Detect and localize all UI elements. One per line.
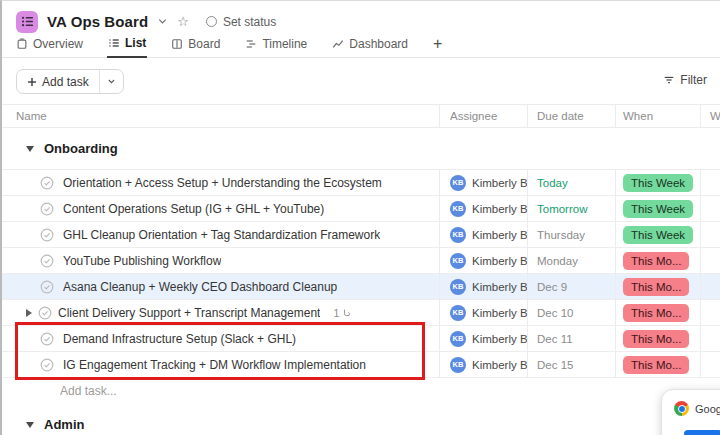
column-header-due-date[interactable]: Due date xyxy=(527,105,615,127)
when-tag[interactable]: This Mo... xyxy=(623,356,689,374)
plus-icon xyxy=(27,77,37,87)
set-status-button[interactable]: Set status xyxy=(206,15,276,29)
tab-dashboard[interactable]: Dashboard xyxy=(331,34,409,57)
assignee-name[interactable]: Kimberly Bos xyxy=(472,281,527,293)
wip-cell[interactable] xyxy=(700,196,720,221)
when-tag[interactable]: This Mo... xyxy=(623,252,689,270)
task-row[interactable]: Content Operations Setup (IG + GHL + You… xyxy=(2,196,720,222)
tab-board[interactable]: Board xyxy=(170,34,221,57)
task-complete-icon[interactable] xyxy=(40,254,54,268)
overview-icon xyxy=(16,38,28,50)
star-icon[interactable]: ☆ xyxy=(177,14,189,29)
due-date[interactable]: Dec 10 xyxy=(537,307,573,319)
task-complete-icon[interactable] xyxy=(40,332,54,346)
subtask-count-badge[interactable]: 1 xyxy=(333,307,352,319)
task-name[interactable]: Client Delivery Support + Transcript Man… xyxy=(58,306,320,320)
collapse-caret-icon[interactable] xyxy=(26,422,34,428)
task-complete-icon[interactable] xyxy=(40,228,54,242)
assignee-name[interactable]: Kimberly Bos xyxy=(472,359,527,371)
avatar: KB xyxy=(450,201,466,217)
add-view-button[interactable]: + xyxy=(432,32,443,57)
tab-overview-label: Overview xyxy=(33,37,83,51)
page-title: VA Ops Board xyxy=(47,13,148,30)
tab-overview[interactable]: Overview xyxy=(15,34,84,57)
due-date[interactable]: Tomorrow xyxy=(537,203,587,215)
assignee-name[interactable]: Kimberly Bos xyxy=(472,229,527,241)
task-row-selected[interactable]: Asana Cleanup + Weekly CEO Dashboard Cle… xyxy=(2,274,720,300)
group-header-onboarding[interactable]: Onboarding xyxy=(2,128,720,169)
due-date[interactable]: Today xyxy=(537,177,568,189)
when-tag[interactable]: This Mo... xyxy=(623,278,689,296)
wip-cell[interactable] xyxy=(700,170,720,195)
google-popup-button[interactable] xyxy=(684,430,720,435)
task-name[interactable]: Content Operations Setup (IG + GHL + You… xyxy=(63,202,324,216)
wip-cell[interactable] xyxy=(700,222,720,247)
group-header-admin[interactable]: Admin xyxy=(2,404,720,435)
subtask-icon xyxy=(342,308,352,318)
task-row-parent[interactable]: Client Delivery Support + Transcript Man… xyxy=(2,300,720,326)
task-row[interactable]: Demand Infrastructure Setup (Slack + GHL… xyxy=(2,326,720,352)
wip-cell[interactable] xyxy=(700,274,720,299)
column-header-when[interactable]: When xyxy=(615,105,700,127)
board-icon xyxy=(171,38,183,50)
tab-list[interactable]: List xyxy=(107,33,147,58)
task-complete-icon[interactable] xyxy=(40,176,54,190)
list-toolbar: Add task Filter xyxy=(2,58,720,104)
task-name[interactable]: YouTube Publishing Workflow xyxy=(63,254,221,268)
view-tabbar: Overview List Board Timeline Dashboard xyxy=(2,34,720,58)
tab-timeline[interactable]: Timeline xyxy=(244,34,308,57)
add-task-button[interactable]: Add task xyxy=(16,69,124,94)
task-row[interactable]: GHL Cleanup Orientation + Tag Standardiz… xyxy=(2,222,720,248)
filter-button[interactable]: Filter xyxy=(663,73,707,87)
task-complete-icon[interactable] xyxy=(40,202,54,216)
task-name[interactable]: Orientation + Access Setup + Understandi… xyxy=(63,176,382,190)
assignee-name[interactable]: Kimberly Bos xyxy=(472,177,527,189)
add-task-inline[interactable]: Add task... xyxy=(2,378,720,404)
board-logo-icon[interactable] xyxy=(16,11,38,33)
task-name[interactable]: Demand Infrastructure Setup (Slack + GHL… xyxy=(63,332,296,346)
add-task-dropdown[interactable] xyxy=(99,70,123,93)
collapse-caret-icon[interactable] xyxy=(26,146,34,152)
wip-cell[interactable] xyxy=(700,352,720,377)
assignee-name[interactable]: Kimberly Bos xyxy=(472,333,527,345)
dashboard-icon xyxy=(332,38,344,50)
task-row[interactable]: Orientation + Access Setup + Understandi… xyxy=(2,170,720,196)
avatar: KB xyxy=(450,305,466,321)
wip-cell[interactable] xyxy=(700,300,720,325)
when-tag[interactable]: This Mo... xyxy=(623,330,689,348)
table-header: Name Assignee Due date When WIP xyxy=(2,104,720,128)
assignee-name[interactable]: Kimberly Bos xyxy=(472,203,527,215)
due-date[interactable]: Dec 15 xyxy=(537,359,573,371)
due-date[interactable]: Thursday xyxy=(537,229,585,241)
column-header-assignee[interactable]: Assignee xyxy=(439,105,527,127)
assignee-name[interactable]: Kimberly Bos xyxy=(472,307,527,319)
task-row[interactable]: YouTube Publishing Workflow KBKimberly B… xyxy=(2,248,720,274)
task-row[interactable]: IG Engagement Tracking + DM Workflow Imp… xyxy=(2,352,720,378)
avatar: KB xyxy=(450,279,466,295)
task-complete-icon[interactable] xyxy=(40,280,54,294)
task-name[interactable]: Asana Cleanup + Weekly CEO Dashboard Cle… xyxy=(63,280,337,294)
when-tag[interactable]: This Week xyxy=(623,200,693,218)
due-date[interactable]: Dec 9 xyxy=(537,281,567,293)
due-date[interactable]: Monday xyxy=(537,255,578,267)
task-name[interactable]: IG Engagement Tracking + DM Workflow Imp… xyxy=(63,358,366,372)
google-signin-popup[interactable]: Google xyxy=(661,389,720,435)
google-brand-label: Google xyxy=(695,403,720,415)
when-tag[interactable]: This Week xyxy=(623,174,693,192)
wip-cell[interactable] xyxy=(700,248,720,273)
when-tag[interactable]: This Week xyxy=(623,226,693,244)
board-header: VA Ops Board ☆ Set status xyxy=(2,1,720,34)
tab-board-label: Board xyxy=(188,37,220,51)
task-name[interactable]: GHL Cleanup Orientation + Tag Standardiz… xyxy=(63,228,380,242)
avatar: KB xyxy=(450,331,466,347)
assignee-name[interactable]: Kimberly Bos xyxy=(472,255,527,267)
chevron-down-icon[interactable] xyxy=(157,16,168,27)
expand-caret-icon[interactable] xyxy=(26,309,32,317)
task-complete-icon[interactable] xyxy=(38,306,52,320)
task-complete-icon[interactable] xyxy=(40,358,54,372)
wip-cell[interactable] xyxy=(700,326,720,351)
column-header-name[interactable]: Name xyxy=(2,105,439,127)
due-date[interactable]: Dec 11 xyxy=(537,333,573,345)
column-header-wip[interactable]: WIP xyxy=(700,105,720,127)
when-tag[interactable]: This Mo... xyxy=(623,304,689,322)
